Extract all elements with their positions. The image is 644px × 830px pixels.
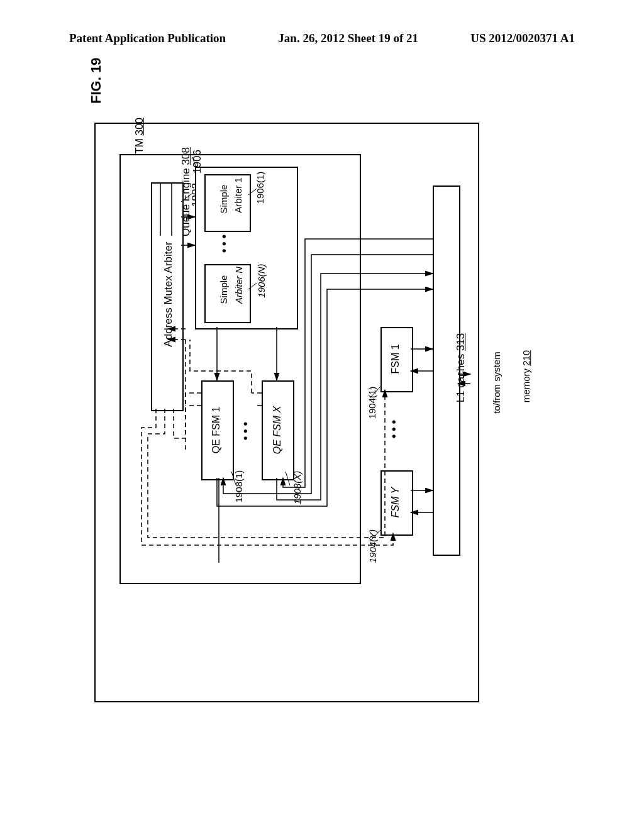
- svg-line-25: [370, 530, 380, 541]
- svg-line-8: [286, 472, 290, 485]
- svg-line-11: [248, 283, 257, 289]
- header-left: Patent Application Publication: [69, 31, 226, 45]
- diagram-canvas: FIG. 19 MTM 300 Queue Engine 308 Address…: [94, 123, 478, 701]
- figure-label: FIG. 19: [88, 58, 104, 104]
- svg-line-7: [231, 472, 236, 485]
- connectors-svg: [94, 123, 484, 701]
- ext-mem-l1: to/from system: [491, 351, 502, 413]
- svg-line-10: [248, 189, 257, 195]
- ext-mem-l2: memory: [521, 368, 531, 402]
- svg-line-9: [192, 157, 196, 168]
- header-center: Jan. 26, 2012 Sheet 19 of 21: [278, 31, 418, 45]
- ext-mem-l2-wrap: memory 210: [521, 350, 531, 402]
- header-right: US 2012/0020371 A1: [470, 31, 575, 45]
- page-header: Patent Application Publication Jan. 26, …: [0, 31, 644, 45]
- svg-line-4: [181, 194, 192, 202]
- svg-line-24: [370, 387, 380, 398]
- ext-mem-ref: 210: [521, 350, 531, 366]
